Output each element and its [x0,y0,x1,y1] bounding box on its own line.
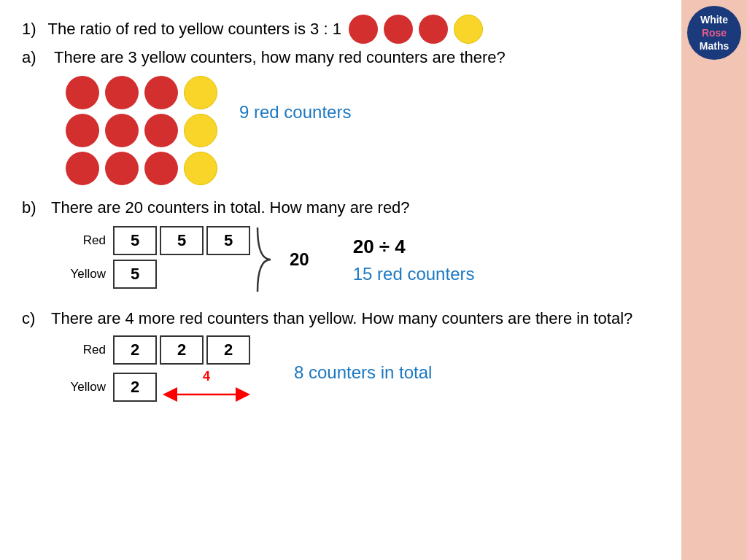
qa-answer: 9 red counters [239,102,351,122]
qc-yellow-box-1: 2 [113,373,157,402]
r1c2 [105,76,139,109]
qb-bars: Red 5 5 5 Yellow 5 [66,226,250,293]
logo-rose: Rose [702,26,727,39]
r2c1 [66,114,99,147]
logo-white: White [700,13,728,26]
main-content: 1) The ratio of red to yellow counters i… [0,0,678,560]
logo-maths: Maths [700,39,729,52]
qc-arrow-area: 4 [163,369,250,405]
counter-red-2 [384,15,413,44]
qa-text: There are 3 yellow counters, how many re… [54,48,506,67]
qc-body: Red 2 2 2 Yellow 2 4 [66,335,657,409]
q1-line: 1) The ratio of red to yellow counters i… [22,15,657,44]
r3c1 [66,152,99,185]
qa-body: 9 red counters [66,73,657,185]
qc-answer-area: 8 counters in total [294,362,432,383]
counter-red-1 [349,15,378,44]
r2c2 [105,114,139,147]
qc-section: c) There are 4 more red counters than ye… [22,309,657,409]
qa-grid [66,76,217,185]
q1-counters [349,15,483,44]
q1-text: The ratio of red to yellow counters is 3… [48,20,341,39]
r1c1 [66,76,99,109]
grid-row-3 [66,152,217,185]
qc-answer: 8 counters in total [294,362,432,382]
r2c4 [184,114,217,147]
qa-prefix: a) [22,48,44,67]
qb-red-box-3: 5 [206,226,250,255]
qc-double-arrow [163,384,250,405]
grid-row-1 [66,76,217,109]
brace-svg [255,225,287,295]
qb-answer: 15 red counters [353,264,475,284]
qc-yellow-section: Yellow 2 4 [66,369,250,409]
r3c2 [105,152,139,185]
qc-red-row: Red 2 2 2 [66,335,250,365]
counter-yellow-1 [454,15,483,44]
qb-prefix: b) [22,198,44,217]
qa-line: a) There are 3 yellow counters, how many… [22,48,657,67]
qc-bars: Red 2 2 2 Yellow 2 4 [66,335,250,409]
qb-red-box-1: 5 [113,226,157,255]
qb-yellow-row: Yellow 5 [66,260,250,289]
qc-red-box-3: 2 [206,335,250,365]
qc-yellow-label: Yellow [66,380,106,394]
qc-prefix: c) [22,309,44,328]
qb-red-label: Red [66,233,106,248]
r1c3 [144,76,178,109]
qb-yellow-box-1: 5 [113,260,157,289]
wrm-logo: White Rose Maths [687,6,741,60]
qb-yellow-label: Yellow [66,267,106,281]
qb-equation: 20 ÷ 4 [353,236,475,258]
qb-brace-label: 20 [290,249,309,270]
qc-line: c) There are 4 more red counters than ye… [22,309,657,328]
qb-body: Red 5 5 5 Yellow 5 20 20 ÷ 4 [66,225,657,295]
qb-section: b) There are 20 counters in total. How m… [22,198,657,295]
qb-red-box-2: 5 [160,226,204,255]
qc-arrow-label: 4 [203,369,210,384]
r2c3 [144,114,178,147]
sidebar [681,0,747,560]
qb-red-row: Red 5 5 5 [66,226,250,255]
qb-brace-area [255,225,287,295]
qb-text: There are 20 counters in total. How many… [51,198,410,217]
qc-red-box-1: 2 [113,335,157,365]
counter-red-3 [419,15,448,44]
qc-red-label: Red [66,343,106,357]
r3c4 [184,152,217,185]
qc-text: There are 4 more red counters than yello… [51,309,632,328]
grid-row-2 [66,114,217,147]
r1c4 [184,76,217,109]
qb-answers: 20 ÷ 4 15 red counters [353,236,475,284]
qc-red-box-2: 2 [160,335,204,365]
r3c3 [144,152,178,185]
qa-section: a) There are 3 yellow counters, how many… [22,48,657,185]
qb-line: b) There are 20 counters in total. How m… [22,198,657,217]
q1-prefix: 1) [22,20,36,39]
qc-yellow-row: Yellow 2 4 [66,369,250,405]
